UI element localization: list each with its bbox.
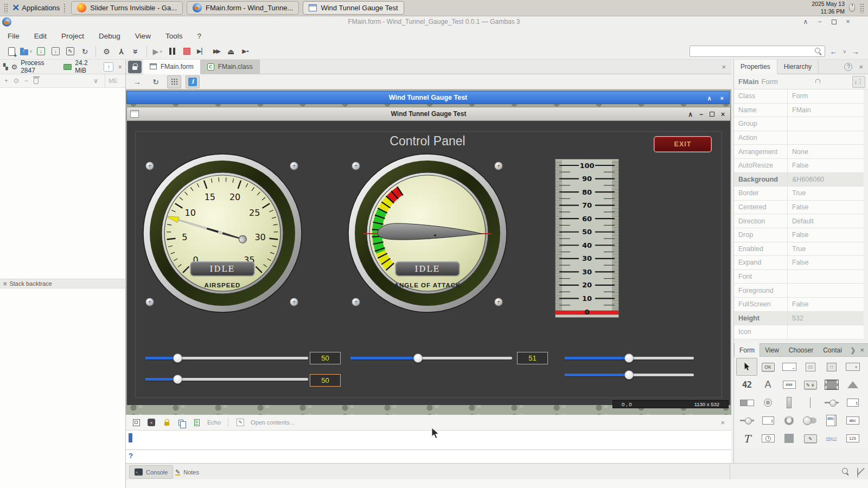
airspeed-slider-1[interactable]: [145, 357, 308, 359]
lock-console-icon[interactable]: [162, 417, 171, 428]
property-row-icon[interactable]: Icon: [734, 325, 864, 339]
open-project-icon[interactable]: ∨: [19, 44, 34, 59]
tool-value-box[interactable]: 123: [842, 429, 863, 447]
tab-fmain-class[interactable]: C FMain.class: [201, 60, 260, 74]
edit-contents-icon[interactable]: ✎: [235, 417, 245, 428]
tab-fmain-form[interactable]: FMain.form: [143, 60, 201, 74]
stack-backtrace-header[interactable]: ≡ Stack backtrace: [0, 279, 125, 288]
save-all-icon[interactable]: ↓: [48, 44, 63, 59]
open-contents-button[interactable]: Open contents...: [251, 419, 295, 426]
console-output[interactable]: [126, 431, 731, 450]
property-row-centered[interactable]: CenteredFalse: [734, 201, 864, 215]
property-value[interactable]: [787, 325, 864, 339]
property-value[interactable]: True: [787, 242, 864, 256]
grid-toggle-icon[interactable]: [167, 75, 181, 88]
applications-icon[interactable]: ✕: [12, 2, 20, 14]
tool-progress-bar[interactable]: [736, 394, 757, 412]
aoa-slider[interactable]: [350, 357, 512, 359]
step-over-icon[interactable]: ▶▶: [209, 44, 224, 59]
menu-item-help[interactable]: ?: [197, 32, 201, 40]
property-value[interactable]: Default: [787, 214, 864, 228]
history-dropdown-icon[interactable]: ∨: [843, 49, 846, 54]
app-shade-icon[interactable]: ∧: [688, 111, 693, 118]
app-maximize-icon[interactable]: [710, 110, 714, 118]
tool-text-label[interactable]: A: [757, 376, 778, 394]
remove-watch-icon[interactable]: −: [24, 77, 28, 85]
close-properties-icon[interactable]: ×: [859, 63, 863, 71]
close-tab-icon[interactable]: ×: [722, 63, 726, 71]
clock[interactable]: 2025 May 13 11:36 PM: [812, 1, 845, 15]
property-row-arrangement[interactable]: ArrangementNone: [734, 145, 864, 159]
property-row-expand[interactable]: ExpandFalse: [734, 256, 864, 270]
exit-button[interactable]: EXIT: [654, 137, 711, 152]
taskbar-window-0[interactable]: Slider Turns Invisible - Ga...: [71, 1, 183, 15]
tool-movie-box[interactable]: [821, 376, 842, 394]
property-row-fullscreen[interactable]: FullScreenFalse: [734, 298, 864, 312]
fit-console-icon[interactable]: [131, 417, 141, 428]
property-row-foreground[interactable]: Foreground: [734, 284, 864, 298]
taskbar-grip[interactable]: [4, 3, 8, 13]
clear-watches-icon[interactable]: [34, 78, 39, 84]
property-value[interactable]: False: [787, 256, 864, 269]
close-icon[interactable]: ×: [844, 18, 852, 27]
tool-button[interactable]: OK: [757, 358, 778, 376]
tool-spin-bar[interactable]: [736, 412, 757, 429]
property-row-border[interactable]: BorderTrue: [734, 187, 864, 201]
close-toolbox-icon[interactable]: ×: [860, 346, 864, 354]
eject-icon[interactable]: ⏏: [224, 44, 238, 59]
property-value[interactable]: [787, 270, 864, 284]
tool-picture-box[interactable]: [842, 376, 863, 394]
tool-dial[interactable]: [778, 412, 800, 429]
clear-console-icon[interactable]: ×: [146, 417, 156, 428]
tool-text-box[interactable]: abc: [842, 412, 863, 429]
refresh-translation-icon[interactable]: ↻: [149, 75, 163, 88]
echo-toggle[interactable]: Echo: [207, 419, 221, 426]
shade-icon[interactable]: ∧: [802, 18, 809, 27]
airspeed-slider-2-thumb[interactable]: [173, 375, 182, 384]
sort-properties-icon[interactable]: ↓⋮: [852, 76, 865, 88]
property-value[interactable]: None: [787, 145, 864, 158]
taskbar-end-grip[interactable]: [860, 3, 864, 13]
view-symbol-icon[interactable]: ⊙: [14, 77, 19, 85]
property-row-group[interactable]: Group: [734, 117, 864, 131]
version-merge-icon[interactable]: Y: [114, 44, 129, 59]
run-until-icon[interactable]: ▶•: [238, 44, 253, 59]
tool-spin-box[interactable]: ▴▾: [842, 394, 863, 412]
compile-icon[interactable]: ↻: [78, 44, 92, 59]
raise-process-icon[interactable]: ↑: [104, 62, 113, 72]
property-row-height[interactable]: Height532: [734, 312, 864, 326]
tab-console[interactable]: >_ Console: [129, 465, 173, 479]
property-value[interactable]: [787, 131, 864, 145]
stop-icon[interactable]: [180, 44, 194, 59]
tool-textbox-button[interactable]: ...: [778, 358, 800, 376]
tool-text-area[interactable]: abc: [821, 412, 842, 429]
property-value[interactable]: FMain: [787, 104, 864, 117]
tool-slider[interactable]: [821, 394, 842, 412]
property-row-drop[interactable]: DropFalse: [734, 228, 864, 242]
property-row-direction[interactable]: DirectionDefault: [734, 214, 864, 228]
taskbar-window-2[interactable]: Wind Tunnel Gauge Test: [303, 1, 404, 15]
toolbox-tab-view[interactable]: View: [760, 343, 784, 357]
close-process-icon[interactable]: ×: [118, 63, 122, 71]
tool-color-button[interactable]: ✎ ∨: [800, 376, 821, 394]
form-info-icon[interactable]: i: [186, 75, 200, 88]
right-slider-2-thumb[interactable]: [624, 370, 634, 380]
property-row-enabled[interactable]: EnabledTrue: [734, 242, 864, 256]
tool-mask-box[interactable]: ###: [778, 376, 800, 394]
property-value[interactable]: False: [787, 201, 864, 214]
help-icon[interactable]: ?: [844, 63, 852, 71]
add-watch-icon[interactable]: +: [4, 77, 8, 85]
menu-item-tools[interactable]: Tools: [165, 32, 183, 40]
tool-text-label-rich[interactable]: T: [736, 429, 757, 447]
designer-form-titlebar[interactable]: Wind Tunnel Gauge Test ∧ ×: [126, 91, 730, 104]
tool-panel[interactable]: [800, 358, 821, 376]
tool-number-label[interactable]: 42: [736, 376, 757, 394]
tool-date-box[interactable]: [757, 429, 778, 447]
step-into-icon[interactable]: ▶▏: [194, 44, 209, 59]
property-value[interactable]: False: [787, 159, 864, 172]
tool-url-label[interactable]: http://: [821, 429, 842, 447]
tool-switch[interactable]: [800, 412, 821, 429]
edit-form-icon[interactable]: ✎: [63, 44, 78, 59]
tool-separator-line[interactable]: [800, 394, 821, 412]
next-view-icon[interactable]: →: [130, 75, 144, 88]
